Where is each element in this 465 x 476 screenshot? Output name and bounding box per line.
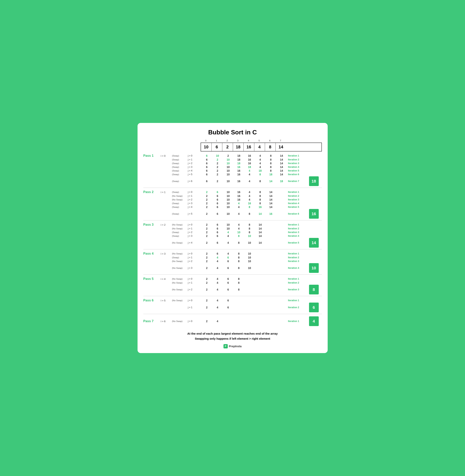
array-cell: 6 <box>223 288 233 291</box>
array-cells: 26410814 <box>201 231 287 234</box>
array-cell: 6 <box>212 212 223 216</box>
iteration-label: Iteration 4 <box>287 202 308 205</box>
array-cells: 2610416814 <box>201 202 287 205</box>
pass-i-label: i = 2 <box>161 223 170 226</box>
iter-row: (Swap)j = 32610416814Iteration 4 <box>143 202 322 205</box>
array-cell <box>223 320 233 323</box>
iter-row: Pass 7i = 6(No Swap)j = 024Iteration 14 <box>143 316 322 326</box>
array-cell: 2 <box>201 252 212 255</box>
swap-label: (Swap) <box>170 202 188 204</box>
swap-label: (Swap) <box>170 158 188 161</box>
index-cell: 6 <box>264 139 275 142</box>
pass-block-1: Pass 1i = 0(Swap)j = 0610218164814Iterat… <box>143 154 322 188</box>
iter-row: Pass 5i = 4(No Swap)j = 02468Iteration 1 <box>143 277 322 281</box>
array-cell: 14 <box>265 205 276 209</box>
array-cell: 10 <box>223 158 233 161</box>
index-cell: 2 <box>222 139 232 142</box>
array-cells: 246 <box>201 299 287 302</box>
array-cell <box>255 259 265 263</box>
array-cell <box>265 227 276 230</box>
array-cell: 4 <box>233 223 244 226</box>
array-cell: 16 <box>233 179 244 183</box>
pass-i-label <box>161 199 170 200</box>
array-cell <box>276 306 287 309</box>
array-cell <box>276 281 287 285</box>
array-cell: 2 <box>212 169 223 172</box>
array-cell <box>276 205 287 209</box>
pass-block-3: Pass 3i = 2(No Swap)j = 026104814Iterati… <box>143 223 322 249</box>
swap-label: (No Swap) <box>170 282 188 284</box>
iter-row: (No Swap)j = 3246810Iteration 410 <box>143 263 322 273</box>
iteration-label: Iteration 3 <box>287 288 308 291</box>
array-cell <box>265 320 276 323</box>
array-cell <box>276 320 287 323</box>
array-cell: 16 <box>244 158 255 161</box>
array-cell: 14 <box>255 241 265 244</box>
pass-label: Pass 7 <box>143 319 161 323</box>
array-cell <box>276 227 287 230</box>
array-cell: 14 <box>265 194 276 198</box>
array-cell <box>265 256 276 259</box>
array-cell: 4 <box>244 169 255 172</box>
header-array-cell: 8 <box>265 143 276 151</box>
iteration-label: Iteration 3 <box>287 231 308 234</box>
array-cell <box>244 288 255 291</box>
array-cells: 246810 <box>201 266 287 270</box>
array-cell <box>276 241 287 244</box>
iteration-label: Iteration 5 <box>287 241 308 244</box>
iteration-label: Iteration 4 <box>287 166 308 168</box>
pass-i-label <box>161 261 170 261</box>
header-array-cell: 14 <box>276 143 286 151</box>
array-cell: 4 <box>255 165 265 169</box>
pass-i-label <box>161 159 170 160</box>
array-cells: 264810 <box>201 252 287 255</box>
swap-label: (Swap) <box>170 173 188 176</box>
array-cell: 2 <box>201 266 212 270</box>
iter-row: (No Swap)j = 22610164814Iteration 3 <box>143 198 322 201</box>
j-label: j = 0 <box>188 277 201 280</box>
swap-label: (Swap) <box>170 162 188 165</box>
pass-i-label <box>161 170 170 171</box>
array-cell: 16 <box>244 154 255 157</box>
swap-label: (No Swap) <box>170 278 188 280</box>
array-cell: 8 <box>265 154 276 157</box>
array-cell: 10 <box>223 179 233 183</box>
array-cell: 10 <box>223 212 233 216</box>
array-cell: 2 <box>201 223 212 226</box>
array-cell: 16 <box>233 165 244 169</box>
array-cell <box>276 231 287 234</box>
iteration-label: Iteration 1 <box>287 320 308 322</box>
array-cell: 8 <box>233 288 244 291</box>
array-cell: 6 <box>212 252 223 255</box>
array-cell: 2 <box>201 241 212 244</box>
array-cells: 621018164814 <box>201 158 287 161</box>
swap-label: (Swap) <box>170 169 188 172</box>
array-cell: 4 <box>255 158 265 161</box>
array-cells: 24 <box>201 320 287 323</box>
iteration-label: Iteration 5 <box>287 169 308 172</box>
array-cells: 246810 <box>201 259 287 263</box>
array-cells: 26481014 <box>201 241 287 244</box>
pass-label: Pass 2 <box>143 190 161 194</box>
array-cell: 6 <box>212 205 223 209</box>
array-cell: 4 <box>233 212 244 216</box>
array-cells: 246 <box>201 306 287 309</box>
array-cell <box>276 223 287 226</box>
array-cell <box>255 281 265 285</box>
array-cell: 8 <box>265 169 276 172</box>
iter-row: (Swap)j = 226410814Iteration 3 <box>143 231 322 234</box>
array-cell: 2 <box>201 299 212 302</box>
result-box: 10 <box>309 263 319 273</box>
array-cell: 8 <box>255 194 265 198</box>
array-cell: 18 <box>255 169 265 172</box>
array-cell: 2 <box>212 162 223 165</box>
array-cell <box>276 288 287 291</box>
array-cells: 2610164814 <box>201 194 287 198</box>
array-cell: 14 <box>276 154 287 157</box>
iter-row: Pass 6i = 5(No Swap)j = 0246Iteration 1 <box>143 299 322 302</box>
pass-i-label <box>161 257 170 258</box>
j-label: j = 2 <box>188 288 201 291</box>
array-cell: 6 <box>212 223 223 226</box>
pass-i-label <box>161 228 170 229</box>
array-cell: 4 <box>212 288 223 291</box>
